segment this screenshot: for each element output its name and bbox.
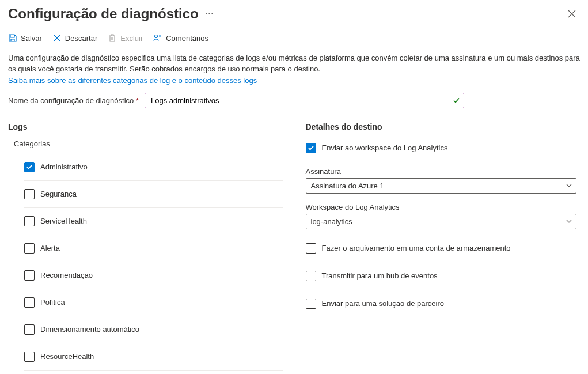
category-label: Dimensionamento automático [40,325,139,334]
checkbox-category-1[interactable] [24,189,35,199]
learn-more-link[interactable]: Saiba mais sobre as diferentes categoria… [8,76,580,85]
storage-label: Fazer o arquivamento em uma conta de arm… [322,244,511,252]
subscription-value: Assinatura do Azure 1 [311,182,384,190]
checkbox-eventhub[interactable] [306,271,316,281]
workspace-label: Workspace do Log Analytics [306,203,581,211]
category-row: Alerta [24,235,283,262]
delete-icon [108,33,117,43]
category-label: Recomendação [40,271,93,279]
delete-label: Excluir [120,34,143,43]
discard-button[interactable]: Descartar [52,33,97,43]
workspace-select[interactable]: log-analytics [306,214,576,229]
name-label: Nome da configuração de diagnóstico * [8,96,139,105]
checkbox-category-4[interactable] [24,270,35,281]
diagnostic-name-input[interactable] [145,93,464,108]
svg-point-0 [155,35,158,38]
checkbox-partner[interactable] [306,299,316,309]
subscription-label: Assinatura [306,167,581,176]
category-label: ResourceHealth [40,352,94,361]
categories-label: Categorias [14,139,283,148]
category-label: Administrativo [40,163,88,171]
more-icon[interactable]: ··· [206,9,214,18]
feedback-icon [153,33,162,43]
discard-icon [52,33,62,43]
feedback-button[interactable]: Comentários [153,33,208,43]
checkbox-category-7[interactable] [24,352,35,362]
category-label: Alerta [40,244,60,252]
logs-header: Logs [8,122,283,131]
checkbox-category-5[interactable] [24,297,35,308]
delete-button: Excluir [108,33,143,43]
feedback-label: Comentários [166,34,208,43]
partner-label: Enviar para uma solução de parceiro [322,299,444,308]
checkbox-log-analytics[interactable] [306,143,316,153]
page-title: Configuração de diagnóstico [8,6,199,22]
category-label: Segurança [40,190,77,198]
log-analytics-label: Enviar ao workspace do Log Analytics [322,143,448,152]
category-row: Segurança [24,181,283,208]
close-button[interactable] [564,6,580,22]
checkbox-category-0[interactable] [24,162,35,172]
category-row: ServiceHealth [24,208,283,235]
toolbar: Salvar Descartar Excluir Comentários [8,33,580,43]
save-icon [8,33,17,43]
category-label: ServiceHealth [40,217,87,225]
category-row: Dimensionamento automático [24,316,283,343]
checkbox-storage[interactable] [306,243,316,254]
subscription-select[interactable]: Assinatura do Azure 1 [306,178,576,194]
workspace-value: log-analytics [311,217,352,226]
destination-header: Detalhes do destino [306,122,581,131]
save-label: Salvar [21,34,42,43]
description-text: Uma configuração de diagnóstico especifi… [8,53,580,75]
category-row: ResourceHealth [24,343,283,371]
category-row: Política [24,289,283,316]
eventhub-label: Transmitir para um hub de eventos [322,271,438,280]
category-row: Administrativo [24,154,283,181]
save-button[interactable]: Salvar [8,33,42,43]
discard-label: Descartar [65,34,97,43]
checkbox-category-2[interactable] [24,216,35,226]
checkbox-category-6[interactable] [24,324,35,335]
category-row: Recomendação [24,262,283,289]
checkbox-category-3[interactable] [24,243,35,254]
category-label: Política [40,298,65,307]
